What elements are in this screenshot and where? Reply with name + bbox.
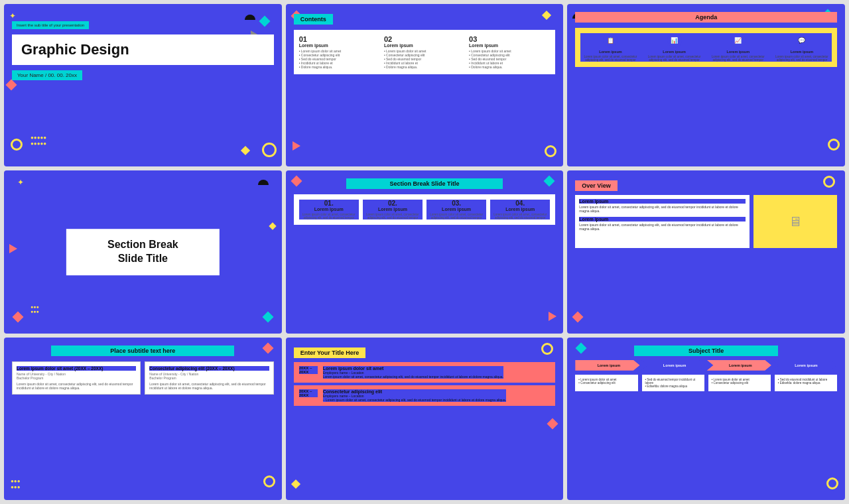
entry1-body: Lorem ipsum dolor sit amet, consectetur … <box>323 375 503 379</box>
s5-col3-num: 03. <box>426 200 486 207</box>
agenda-item-3: 📈 Lorem ipsum Lorem ipsum color sit amet… <box>708 33 768 62</box>
entry2-date: 20XX – 20XX <box>299 389 318 397</box>
deco-dots: ●●●●●●●●●● <box>31 135 46 147</box>
overview-content: Lorem ipsum Lorem ipsum dolor sit amet, … <box>575 195 837 248</box>
entry1-title: Lorem ipsum dolor sit amet <box>323 366 503 371</box>
col3-num: 03 <box>469 35 550 43</box>
s5-col4-title: Lorem ipsum <box>490 207 550 212</box>
ov-text-2: Lorem ipsum dolor sit amet, consectetur … <box>579 223 746 231</box>
deco-diamond-yellow-br <box>241 146 250 155</box>
agenda-content: 📋 Lorem ipsum Lorem ipsum color sit amet… <box>575 28 837 67</box>
deco-s8-2 <box>291 479 300 489</box>
agenda-item-1: 📋 Lorem ipsum Lorem ipsum color sit amet… <box>580 33 640 62</box>
deco-circle2 <box>262 143 277 157</box>
agenda-desc-2: Lorem ipsum color sit amet, consectetur … <box>645 55 704 62</box>
s5-col3-text: Lorem ipsum color sit amet, consectetur … <box>426 213 486 220</box>
det4-b2: • Edisefda: dolore magna aliqua <box>778 381 834 385</box>
det-col-3: • Lorem ipsum dolor sit amet • Consectet… <box>708 375 771 391</box>
agenda-header: Agenda <box>575 12 837 23</box>
main-title: Graphic Design <box>21 41 265 58</box>
overview-header: Over View <box>575 180 617 191</box>
name-bar: Your Name / 00. 00. 20xx <box>12 70 82 80</box>
deco-s8-3 <box>547 418 558 430</box>
deco-circle <box>11 139 23 151</box>
deco-s7-2 <box>263 475 275 487</box>
entry2-body: – Lorem ipsum dolor sit amet, consectetu… <box>323 398 507 402</box>
col3-title: Lorem ipsum <box>469 43 550 48</box>
col-2: 02 Lorem ipsum • Lorem ipsum dolor sit a… <box>384 35 465 69</box>
s5-col3-title: Lorem ipsum <box>426 207 486 212</box>
section-break-title: Section Break Slide Title <box>78 238 207 266</box>
slide-2-contents: Contents 01 Lorem ipsum • Lorem ipsum do… <box>286 4 564 166</box>
ov-title-1: Lorem ipsum <box>579 199 746 204</box>
col1-num: 01 <box>299 35 380 43</box>
slide-9-subject: Subject Title Lorem ipsum Lorem ipsum Lo… <box>567 338 845 500</box>
agenda-icon-3: 📈 <box>731 33 746 48</box>
col2-title: Lorem ipsum <box>384 43 465 48</box>
col2-num: 02 <box>384 35 465 43</box>
overview-image: 🖥 <box>753 195 837 248</box>
section-break-box: Section Break Slide Title <box>66 229 219 275</box>
resume-card-2: Consectetur adipiscing elit (20XX – 20XX… <box>145 361 273 395</box>
arrow-4: Lorem ipsum <box>773 360 837 371</box>
slide-3-agenda: Agenda 📋 Lorem ipsum Lorem ipsum color s… <box>567 4 845 166</box>
det2-b2: • Edisefda: dolore magna aliqua <box>645 385 701 388</box>
slide-6-overview: Over View Lorem ipsum Lorem ipsum dolor … <box>567 170 845 333</box>
entry1-text: Lorem ipsum dolor sit amet Employers nam… <box>323 366 503 379</box>
contents-header: Contents <box>294 14 333 25</box>
s5-col2-text: Lorem ipsum color sit amet, consectetur … <box>363 213 423 220</box>
det-col-2: • Sed do eiusmod tempor incididunt ut la… <box>642 375 704 391</box>
deco-s4-dots: ●●●●●● <box>31 304 39 314</box>
deco-s5-2 <box>549 312 556 321</box>
det-col-4: • Sed do eiusmod incididunt ut labore • … <box>775 375 837 391</box>
col2-text: • Lorem ipsum dolor sit amet• Consectetu… <box>384 49 465 69</box>
agenda-item-2: 📊 Lorem ipsum Lorem ipsum color sit amet… <box>645 33 704 62</box>
deco-s4-1: ✦ <box>17 178 24 187</box>
card1-subtitle: Name of University - City / Nation Bache… <box>17 372 136 380</box>
deco-s4-4 <box>262 311 273 322</box>
deco-s4-3 <box>13 311 24 322</box>
agenda-label-3: Lorem ipsum <box>708 50 768 54</box>
slide-4-section-break: ✦ ●●●●●● Section Break Slide Title <box>4 170 282 333</box>
ov-title-2: Lorem ipsum <box>579 217 746 221</box>
entry1-date: 20XX – 20XX <box>299 366 318 374</box>
deco-s4-2 <box>258 180 269 185</box>
resume-card-1: Lorem ipsum dolor sit amet (20XX – 20XX)… <box>12 361 141 395</box>
s5-col2-title: Lorem ipsum <box>363 207 423 212</box>
s5-col-1: 01. Lorem ipsum Lorem ipsum color sit am… <box>299 200 359 220</box>
deco-diamond-pink-left <box>6 79 17 90</box>
agenda-label-4: Lorem ipsum <box>772 50 832 54</box>
arrows-row: Lorem ipsum Lorem ipsum Lorem ipsum Lore… <box>575 360 837 371</box>
det3-b2: • Consectetur adipiscing elit <box>712 381 767 385</box>
s5-col-4: 04. Lorem ipsum Lorem ipsum color sit am… <box>490 200 550 220</box>
subject-header: Subject Title <box>634 346 778 356</box>
card2-subtitle: Name of University - City / Nation Bache… <box>149 372 269 380</box>
agenda-label-2: Lorem ipsum <box>645 50 704 54</box>
overview-text-col: Lorem ipsum Lorem ipsum dolor sit amet, … <box>575 195 750 248</box>
arrow-1: Lorem ipsum <box>575 360 639 371</box>
agenda-desc-3: Lorem ipsum color sit amet, consectetur … <box>708 55 768 62</box>
timeline-header: Enter Your Title Here <box>294 347 366 358</box>
det1-b2: • Consectetur adipiscing elit <box>578 381 634 385</box>
arrow-3: Lorem ipsum <box>707 360 771 371</box>
s5-col4-num: 04. <box>490 200 550 207</box>
s5-content-box: 01. Lorem ipsum Lorem ipsum color sit am… <box>294 194 556 225</box>
deco-s6-2 <box>572 311 584 322</box>
deco-s4-6 <box>269 222 276 229</box>
s5-col1-title: Lorem ipsum <box>299 207 359 212</box>
deco-s2-3 <box>545 145 556 157</box>
slide-5-section-content: Section Break Slide Title 01. Lorem ipsu… <box>286 170 564 333</box>
deco-s3-2 <box>828 139 840 151</box>
col1-text: • Lorem ipsum dolor sit amet• Consectetu… <box>299 49 380 69</box>
agenda-item-4: 💬 Lorem ipsum Lorem ipsum color sit amet… <box>772 33 832 62</box>
agenda-label-1: Lorem ipsum <box>580 50 640 54</box>
card2-text: Lorem ipsum dolor sit amet, consectetur … <box>149 382 269 390</box>
entry2-title: Consectetur adipiscing elit <box>323 389 507 394</box>
s5-col-3: 03. Lorem ipsum Lorem ipsum color sit am… <box>426 200 486 220</box>
col1-title: Lorem ipsum <box>299 43 380 48</box>
s5-col1-text: Lorem ipsum color sit amet, consectetur … <box>299 213 359 220</box>
agenda-icon-1: 📋 <box>603 33 618 48</box>
s5-col-2: 02. Lorem ipsum Lorem ipsum color sit am… <box>363 200 423 220</box>
agenda-desc-1: Lorem ipsum color sit amet, consectetur … <box>580 55 640 62</box>
card2-title: Consectetur adipiscing elit (20XX – 20XX… <box>149 366 269 371</box>
